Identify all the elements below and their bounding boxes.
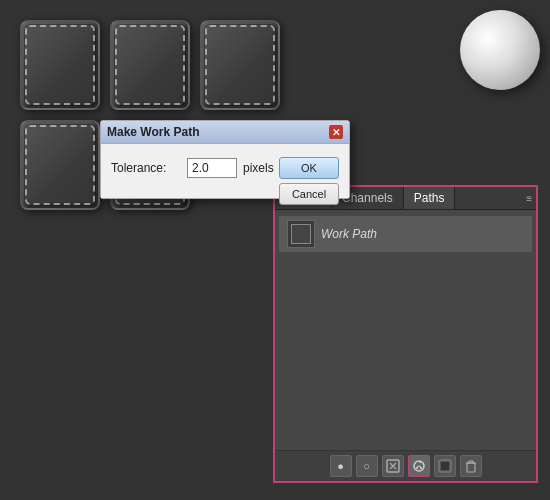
delete-icon	[464, 459, 478, 473]
stroke-path-button[interactable]: ○	[356, 455, 378, 477]
load-path-icon	[386, 459, 400, 473]
panel-content: Work Path	[275, 210, 536, 450]
panels-container: Layers Channels Paths ≡ Work Path ● ○	[273, 185, 538, 483]
emboss-row-top	[20, 20, 440, 110]
emboss-letter-3	[200, 20, 280, 110]
mask-button[interactable]	[434, 455, 456, 477]
load-path-button[interactable]	[382, 455, 404, 477]
ok-button[interactable]: OK	[279, 157, 339, 179]
dialog-titlebar: Make Work Path ✕	[101, 121, 349, 144]
emboss-letter-4	[20, 120, 100, 210]
svg-point-3	[420, 467, 422, 469]
emboss-letter-2	[110, 20, 190, 110]
cancel-button[interactable]: Cancel	[279, 183, 339, 205]
mask-icon	[438, 459, 452, 473]
dialog-close-button[interactable]: ✕	[329, 125, 343, 139]
path-item-label: Work Path	[321, 227, 377, 241]
path-thumbnail	[287, 220, 315, 248]
dialog-buttons: OK Cancel	[279, 157, 339, 205]
fill-path-button[interactable]: ●	[330, 455, 352, 477]
emboss-letter-1	[20, 20, 100, 110]
panel-toolbar: ● ○	[275, 450, 536, 481]
tolerance-label: Tolerance:	[111, 161, 181, 175]
dialog-title: Make Work Path	[107, 125, 199, 139]
delete-path-button[interactable]	[460, 455, 482, 477]
new-path-button[interactable]	[408, 455, 430, 477]
new-path-icon	[412, 459, 426, 473]
tolerance-input[interactable]	[187, 158, 237, 178]
path-item-work-path[interactable]: Work Path	[279, 216, 532, 252]
svg-rect-5	[441, 462, 449, 470]
make-work-path-dialog: Make Work Path ✕ Tolerance: pixels OK Ca…	[100, 120, 350, 199]
tab-paths[interactable]: Paths	[404, 187, 456, 209]
path-thumbnail-inner	[291, 224, 311, 244]
pixels-label: pixels	[243, 161, 274, 175]
sphere-object	[460, 10, 540, 90]
panel-menu-icon[interactable]: ≡	[526, 193, 532, 204]
svg-point-2	[416, 467, 418, 469]
svg-rect-6	[467, 463, 475, 472]
